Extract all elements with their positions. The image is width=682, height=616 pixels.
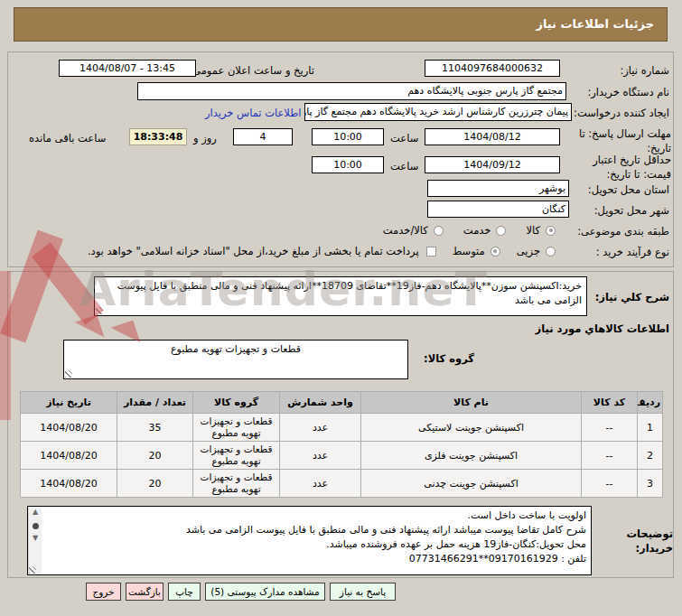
radio-selected-icon[interactable] <box>546 226 556 236</box>
cell-unit: عدد <box>280 470 361 498</box>
table-row: 1 -- اکسپنشن جوینت لاستیکی عدد قطعات و ت… <box>21 414 663 442</box>
page-title: جزئیات اطلاعات نیاز <box>14 7 668 42</box>
need-description-textarea[interactable]: خرید:اکسپنشن سوزن**پالایشگاه دهم-فاز19**… <box>94 276 587 316</box>
goods-table: ردیف کد کالا نام کالا واحد شمارش گروه کا… <box>20 391 663 498</box>
classification-option-goods[interactable]: کالا <box>526 224 556 237</box>
cell-code: -- <box>582 442 638 470</box>
cell-unit: عدد <box>280 414 361 442</box>
col-qty: تعداد / مقدار <box>117 392 193 414</box>
checkbox-icon[interactable] <box>426 247 436 257</box>
cell-qty: 20 <box>117 442 193 470</box>
notes-scrollbar[interactable]: ▲ ▼ <box>28 507 42 574</box>
scrollbar-thumb[interactable] <box>33 523 39 529</box>
reply-deadline-label: مهلت ارسال پاسخ: تا تاریخ: <box>570 127 671 155</box>
cell-unit: عدد <box>280 442 361 470</box>
cell-code: -- <box>582 470 638 498</box>
price-validity-label: حداقل تاریخ اعتبار قیمت: تا تاریخ: <box>570 154 671 182</box>
classification-option-service-label: خدمت <box>463 224 491 237</box>
process-option-medium-label: متوسط <box>453 245 485 257</box>
process-type-label: نوع فرآیند خرید : <box>596 246 669 258</box>
need-number-label: شماره نیاز: <box>620 64 669 77</box>
col-unit: واحد شمارش <box>280 392 361 414</box>
deadline-hour-label: ساعت <box>390 132 418 145</box>
process-type-radio-group: جزیی متوسط پرداخت تمام یا بخشی از مبلغ خ… <box>88 245 556 257</box>
radio-icon[interactable] <box>496 226 506 236</box>
cell-group: قطعات و تجهیزات تهویه مطبوع <box>193 470 280 498</box>
cell-date: 1404/08/20 <box>21 414 117 442</box>
scroll-up-icon[interactable]: ▲ <box>33 507 38 518</box>
countdown-suffix-label: ساعت باقی مانده <box>29 132 106 145</box>
col-date: تاریخ نیاز <box>21 392 117 414</box>
scroll-down-icon[interactable]: ▼ <box>33 533 38 544</box>
validity-hour-label: ساعت <box>390 160 418 173</box>
col-code: کد کالا <box>582 392 638 414</box>
cell-code: -- <box>582 414 638 442</box>
days-left-field[interactable]: 4 <box>233 128 293 145</box>
col-group: گروه کالا <box>193 392 280 414</box>
days-suffix-label: روز و <box>193 132 217 145</box>
buyer-notes-textarea[interactable]: اولویت با ساخت داخل است. شرح کامل تقاضا … <box>27 506 592 575</box>
treasury-payment-option[interactable]: پرداخت تمام یا بخشی از مبلغ خرید،از محل … <box>88 245 436 257</box>
goods-group-field[interactable]: قطعات و تجهیزات تهویه مطبوع <box>63 340 408 379</box>
price-validity-date-field[interactable]: 1404/09/12 <box>425 156 560 173</box>
tender-detail-page: جزئیات اطلاعات نیاز شماره نیاز: 11040976… <box>0 0 682 616</box>
buyer-org-field[interactable]: مجتمع گاز پارس جنوبی پالایشگاه دهم <box>137 82 566 100</box>
classification-option-service[interactable]: خدمت <box>463 224 507 237</box>
cell-row: 3 <box>638 470 663 498</box>
process-option-medium[interactable]: متوسط <box>453 245 500 257</box>
radio-icon[interactable] <box>434 226 444 236</box>
request-creator-field[interactable]: پیمان چترزرین کارشناس ارشد خرید پالایشگا… <box>304 103 572 121</box>
delivery-province-label: استان محل تحویل: <box>588 183 669 196</box>
radio-selected-icon[interactable] <box>490 247 500 257</box>
col-name: نام کالا <box>361 392 582 414</box>
cell-row: 1 <box>638 414 663 442</box>
announce-datetime-label: تاریخ و ساعت اعلان عمومی: <box>189 64 314 77</box>
classification-radio-group: کالا خدمت کالا/خدمت <box>383 224 556 237</box>
delivery-city-field[interactable]: کنگان <box>427 201 569 218</box>
buyer-org-label: نام دستگاه خریدار: <box>587 86 669 98</box>
reply-deadline-date-field[interactable]: 1404/08/12 <box>425 128 560 145</box>
goods-group-label: گروه کالا: <box>424 352 474 365</box>
radio-icon[interactable] <box>546 247 556 257</box>
table-row: 3 -- اکسپنشن جوینت چدنی عدد قطعات و تجهی… <box>21 470 663 498</box>
cell-date: 1404/08/20 <box>21 470 117 498</box>
process-option-partial[interactable]: جزیی <box>517 245 556 257</box>
table-row: 2 -- اکسپنشن جوینت فلزی عدد قطعات و تجهی… <box>21 442 663 470</box>
announce-datetime-field[interactable]: 1404/08/07 - 13:45 <box>59 60 196 77</box>
countdown-timer: 18:33:48 <box>129 128 187 145</box>
table-header-row: ردیف کد کالا نام کالا واحد شمارش گروه کا… <box>21 392 663 414</box>
buyer-notes-label: توضیحات خریدار: <box>601 527 673 555</box>
resize-handle-icon[interactable] <box>29 566 36 574</box>
resize-handle-icon[interactable] <box>65 370 72 378</box>
classification-option-goods-service-label: کالا/خدمت <box>383 224 428 237</box>
price-validity-hour-field[interactable]: 10:00 <box>312 156 384 173</box>
exit-button[interactable]: خروج <box>86 583 121 601</box>
view-attachments-button[interactable]: مشاهده مدارک پیوستی (5) <box>205 583 325 601</box>
cell-name: اکسپنشن جوینت فلزی <box>361 442 582 470</box>
classification-label: طبقه بندی موضوعی: <box>577 225 669 238</box>
delivery-province-field[interactable]: بوشهر <box>427 180 569 197</box>
col-row: ردیف <box>638 392 663 414</box>
buyer-contact-link[interactable]: اطلاعات تماس خریدار <box>205 107 302 119</box>
cell-qty: 35 <box>117 414 193 442</box>
classification-option-goods-label: کالا <box>526 224 540 237</box>
request-creator-label: ایجاد کننده درخواست: <box>574 107 669 119</box>
need-description-label: شرح کلي نیاز: <box>595 291 669 303</box>
cell-row: 2 <box>638 442 663 470</box>
cell-qty: 20 <box>117 470 193 498</box>
treasury-payment-label: پرداخت تمام یا بخشی از مبلغ خرید،از محل … <box>88 245 419 257</box>
print-button[interactable]: چاپ <box>168 583 201 601</box>
reply-deadline-hour-field[interactable]: 10:00 <box>312 128 384 145</box>
reply-to-need-button[interactable]: پاسخ به نیاز <box>330 583 396 601</box>
resize-handle-icon[interactable] <box>96 307 103 314</box>
classification-option-goods-service[interactable]: کالا/خدمت <box>383 224 444 237</box>
cell-group: قطعات و تجهیزات تهویه مطبوع <box>193 414 280 442</box>
cell-group: قطعات و تجهیزات تهویه مطبوع <box>193 442 280 470</box>
process-option-partial-label: جزیی <box>517 245 540 257</box>
need-number-field[interactable]: 1104097684000632 <box>425 60 560 77</box>
cell-date: 1404/08/20 <box>21 442 117 470</box>
delivery-city-label: شهر محل تحویل: <box>594 204 669 217</box>
cell-name: اکسپنشن جوینت چدنی <box>361 470 582 498</box>
goods-section-title: اطلاعات کالاهاي مورد نیاز <box>536 322 669 335</box>
back-button[interactable]: بازگشت <box>126 583 163 601</box>
